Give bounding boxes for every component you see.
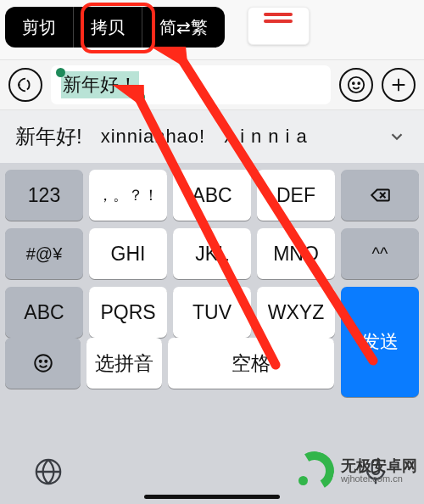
chat-input-bar: 新年好！ (0, 59, 424, 110)
key-space[interactable]: 空格 (168, 338, 334, 389)
watermark-logo-icon (295, 451, 334, 490)
candidate-1[interactable]: 新年好! (15, 123, 82, 150)
candidate-2[interactable]: xinnianhao! (101, 126, 206, 148)
clipboard-preview-thumbnail[interactable] (248, 7, 310, 45)
key-def[interactable]: DEF (257, 170, 335, 221)
key-wxyz[interactable]: WXYZ (257, 287, 335, 338)
svg-point-3 (35, 355, 52, 372)
message-input-text: 新年好！ (61, 71, 139, 98)
key-alpha-mode[interactable]: ABC (5, 287, 83, 338)
key-backspace[interactable] (341, 170, 419, 221)
emoji-icon[interactable] (339, 68, 373, 102)
selection-start-handle[interactable] (56, 68, 65, 77)
key-mno[interactable]: MNO (257, 228, 335, 279)
selection-end-handle[interactable] (136, 92, 145, 102)
key-tuv[interactable]: TUV (173, 287, 251, 338)
key-caret[interactable]: ^^ (341, 228, 419, 279)
key-pqrs[interactable]: PQRS (89, 287, 167, 338)
home-indicator (144, 495, 280, 499)
svg-point-5 (45, 361, 47, 362)
emoji-keyboard-icon (32, 352, 54, 374)
key-123[interactable]: 123 (5, 170, 83, 221)
copy-menu-item[interactable]: 拷贝 (74, 7, 142, 48)
key-punctuation[interactable]: ，。？！ (89, 170, 167, 221)
key-ghi[interactable]: GHI (89, 228, 167, 279)
candidate-bar: 新年好! xinnianhao! xinnia (0, 110, 424, 163)
text-context-menu: 剪切 拷贝 简⇄繁 (5, 7, 225, 48)
svg-point-2 (358, 82, 360, 84)
svg-point-0 (349, 77, 364, 92)
voice-input-icon[interactable] (8, 68, 42, 102)
keyboard: 新年好! xinnianhao! xinnia 123 ，。？！ ABC DEF… (0, 110, 424, 504)
message-input[interactable]: 新年好！ (51, 65, 331, 104)
svg-point-1 (353, 82, 354, 84)
watermark-url: wjhotel.com.cn (341, 474, 417, 484)
cut-menu-item[interactable]: 剪切 (5, 7, 74, 48)
backspace-icon (369, 184, 391, 206)
chevron-down-icon (388, 127, 406, 146)
key-send[interactable]: 发送 (341, 287, 419, 397)
globe-icon[interactable] (34, 457, 63, 486)
svg-point-4 (39, 361, 41, 362)
key-select-pinyin[interactable]: 选拼音 (86, 338, 162, 389)
candidate-3[interactable]: xinnia (224, 126, 313, 148)
key-grid: 123 ，。？！ ABC DEF #@¥ GHI JKL MNO ^^ ABC … (0, 163, 424, 389)
watermark-title: 无极安卓网 (341, 458, 417, 474)
simplified-traditional-menu-item[interactable]: 简⇄繁 (142, 7, 225, 48)
key-abc[interactable]: ABC (173, 170, 251, 221)
key-symbols[interactable]: #@¥ (5, 228, 83, 279)
expand-candidates-button[interactable] (380, 120, 414, 154)
key-send-label: 发送 (361, 329, 399, 355)
watermark: 无极安卓网 wjhotel.com.cn (295, 451, 417, 490)
key-jkl[interactable]: JKL (173, 228, 251, 279)
key-emoji[interactable] (5, 338, 81, 389)
add-icon[interactable] (382, 68, 416, 102)
screen: 剪切 拷贝 简⇄繁 新年好！ 新年好! xinnianhao! xinnia (0, 0, 424, 504)
